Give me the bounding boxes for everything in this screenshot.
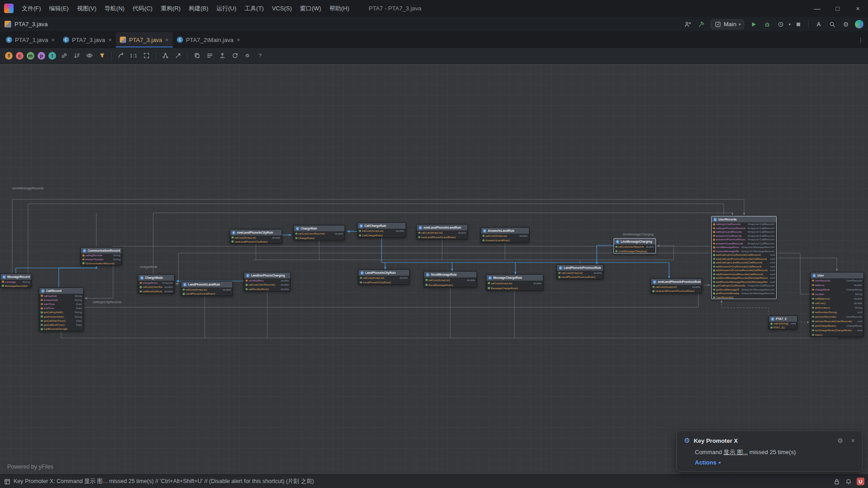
tab-0[interactable]: CPTA7_1.java× bbox=[2, 32, 59, 47]
tab-close-icon[interactable]: × bbox=[165, 37, 169, 43]
tab-1[interactable]: CPTA7_3.java× bbox=[59, 32, 116, 47]
class-node-MessageChargeRule[interactable]: CMessageChargeRulecalCost(ArrayList)doub… bbox=[486, 274, 543, 291]
class-node-LandPhoneInLandRule[interactable]: CLandPhoneInLandRulecalCost(ArrayList)do… bbox=[181, 281, 233, 296]
class-node-LineMessageCharging[interactable]: CLineMessageChargingcalCost(UserRecords)… bbox=[613, 238, 656, 253]
member-type: void bbox=[789, 322, 796, 325]
toolbar-separator bbox=[111, 52, 112, 60]
edge-routing-button[interactable] bbox=[115, 50, 127, 61]
class-node-ChargeMode[interactable]: CChargeModechargeRulesArrayListcalCost(U… bbox=[138, 274, 175, 294]
diagram-canvas[interactable]: Powered by yFiles CCommunicationRecordca… bbox=[0, 64, 868, 474]
class-node-CommunicationRecord[interactable]: CCommunicationRecordcallingNumberStringa… bbox=[80, 247, 122, 265]
menu-item-0[interactable]: 文件(F) bbox=[18, 0, 45, 17]
class-node-SendMessageRule[interactable]: CSendMessageRulecalCost(ArrayList)double… bbox=[424, 271, 477, 287]
menu-item-6[interactable]: 构建(B) bbox=[184, 0, 212, 17]
member-row: addCallingInLandRecords(CallRecord)void bbox=[712, 261, 776, 265]
lock-icon[interactable] bbox=[833, 478, 840, 485]
jump-to-node-button[interactable] bbox=[172, 50, 184, 61]
chevron-down-icon: ▾ bbox=[719, 460, 721, 465]
status-message[interactable]: Key Promoter X: Command 显示 图... missed 2… bbox=[14, 478, 314, 485]
member-row: calCost(UserRecords)double bbox=[244, 283, 290, 287]
search-everywhere-icon[interactable] bbox=[826, 19, 838, 30]
tool-window-layout-icon[interactable] bbox=[4, 478, 11, 485]
run-button[interactable] bbox=[748, 19, 760, 30]
notification-close-icon[interactable]: × bbox=[851, 437, 855, 444]
menu-item-1[interactable]: 编辑(E) bbox=[45, 0, 73, 17]
fit-content-button[interactable] bbox=[141, 50, 152, 61]
menu-item-5[interactable]: 重构(R) bbox=[156, 0, 184, 17]
tab-options-icon[interactable]: ⋮ bbox=[853, 32, 868, 47]
menu-item-4[interactable]: 代码(C) bbox=[128, 0, 156, 17]
profiler-button[interactable] bbox=[775, 19, 787, 30]
class-node-CallChargeRule[interactable]: CCallChargeRulecalCost(ArrayList)doubleC… bbox=[357, 222, 406, 238]
help-button[interactable]: ? bbox=[255, 50, 266, 61]
method-icon bbox=[652, 286, 655, 288]
member-type: String bbox=[854, 293, 862, 296]
notification-command-link[interactable]: 显示 图... bbox=[724, 449, 748, 455]
debug-button[interactable] bbox=[761, 19, 773, 30]
class-node-newLandPhoneInCityRule[interactable]: CnewLandPhoneInCityRulecalCost(ArrayList… bbox=[230, 229, 282, 244]
constructors-visibility-toggle[interactable]: c bbox=[16, 52, 24, 60]
methods-visibility-toggle[interactable]: m bbox=[27, 52, 34, 60]
inner-classes-visibility-toggle[interactable]: t bbox=[48, 52, 56, 60]
notification-actions-link[interactable]: Actions ▾ bbox=[695, 459, 855, 466]
menu-item-7[interactable]: 运行(U) bbox=[212, 0, 241, 17]
filter-button[interactable] bbox=[96, 50, 108, 61]
class-header: CSendMessageRule bbox=[424, 272, 476, 277]
tab-close-icon[interactable]: × bbox=[108, 37, 112, 43]
class-node-newLandPhoneInProvinceRule[interactable]: CnewLandPhoneInProvinceRulecalCost(Array… bbox=[651, 278, 702, 293]
close-button[interactable]: × bbox=[848, 0, 868, 17]
class-node-UserRecords[interactable]: CUserRecordscallingInCityRecordsArrayLis… bbox=[711, 216, 777, 299]
menu-item-11[interactable]: 帮助(H) bbox=[325, 0, 353, 17]
notifications-bell-icon[interactable] bbox=[845, 478, 852, 485]
run-config-selector[interactable]: Main ▾ bbox=[711, 19, 745, 29]
actual-size-button[interactable]: 1:1 bbox=[128, 50, 139, 61]
minimize-button[interactable]: — bbox=[807, 0, 827, 17]
menu-item-10[interactable]: 窗口(W) bbox=[296, 0, 326, 17]
user-icon[interactable] bbox=[682, 19, 693, 30]
stop-button[interactable] bbox=[793, 19, 804, 30]
tab-2[interactable]: PTA7_3.java× bbox=[116, 32, 173, 47]
apply-layout-button[interactable] bbox=[204, 50, 215, 61]
export-button[interactable] bbox=[217, 50, 228, 61]
class-node-MessageRecord[interactable]: CMessageRecordmessageStringMessageRecord… bbox=[0, 273, 32, 288]
tab-3[interactable]: CPTA7_2\Main.java× bbox=[173, 32, 244, 47]
refresh-button[interactable] bbox=[229, 50, 241, 61]
settings-gear-icon[interactable]: ⚙ bbox=[840, 19, 852, 30]
notification-settings-icon[interactable]: ⚙ bbox=[837, 437, 843, 444]
class-node-LandlinePhoneCharging[interactable]: CLandlinePhoneChargingmonthlyRentdoublec… bbox=[244, 272, 291, 291]
tab-close-icon[interactable]: × bbox=[236, 37, 240, 43]
method-icon bbox=[295, 237, 297, 239]
member-row: callingInProvinceRecordsArrayList<CallRe… bbox=[712, 226, 776, 230]
class-node-AnswerInLandRule[interactable]: CAnswerInLandRulecalCost(ArrayList)doubl… bbox=[481, 227, 529, 243]
show-paths-button[interactable] bbox=[160, 50, 171, 61]
maximize-button[interactable]: □ bbox=[827, 0, 848, 17]
class-node-LandPhoneInCityRule[interactable]: CLandPhoneInCityRulecalCost(ArrayList)do… bbox=[358, 269, 410, 285]
class-node-PTA7_3[interactable]: CPTA7_3main(String[])voidPTA7_3() bbox=[769, 315, 797, 329]
menu-item-9[interactable]: VCS(S) bbox=[268, 0, 296, 17]
copy-diagram-button[interactable] bbox=[191, 50, 203, 61]
member-name: calCost(ArrayList) bbox=[429, 279, 450, 282]
breadcrumb[interactable]: PTA7_3.java bbox=[14, 21, 47, 28]
member-row: AnswerInLandRule() bbox=[481, 238, 529, 243]
menu-item-3[interactable]: 导航(N) bbox=[100, 0, 128, 17]
menu-item-2[interactable]: 视图(V) bbox=[73, 0, 100, 17]
menu-item-8[interactable]: 工具(T) bbox=[241, 0, 268, 17]
tab-close-icon[interactable]: × bbox=[51, 37, 55, 43]
class-node-User[interactable]: CUseruserRecordsUserRecordsbalancedouble… bbox=[810, 272, 864, 337]
translate-icon[interactable]: A bbox=[813, 19, 825, 30]
class-node-newLandPhoneInLandRule[interactable]: CnewLandPhoneInLandRulecalCost(ArrayList… bbox=[416, 224, 468, 239]
member-row: LandPhoneInCityRule() bbox=[359, 280, 409, 285]
unread-notifications-badge[interactable]: U bbox=[857, 478, 864, 485]
sort-members-button[interactable] bbox=[71, 50, 82, 61]
more-run-actions-chevron-icon[interactable]: ▾ bbox=[788, 22, 791, 27]
properties-visibility-toggle[interactable]: p bbox=[38, 52, 45, 60]
class-node-CallRecord[interactable]: CCallRecordcallingAddrStringanswerAddrSt… bbox=[39, 287, 84, 331]
preview-button[interactable] bbox=[84, 50, 95, 61]
class-node-ChargeRule[interactable]: CChargeRulecalCost(UserRecords)doubleCha… bbox=[293, 225, 345, 240]
build-icon[interactable] bbox=[695, 19, 707, 30]
fields-visibility-toggle[interactable]: f bbox=[5, 52, 13, 60]
show-dependencies-toggle[interactable] bbox=[58, 50, 70, 61]
avatar-icon[interactable] bbox=[855, 20, 863, 28]
class-node-LandPhoneInProvinceRule[interactable]: CLandPhoneInProvinceRulecalCost(ArrayLis… bbox=[557, 264, 604, 279]
settings-button[interactable]: ⚙ bbox=[242, 50, 253, 61]
